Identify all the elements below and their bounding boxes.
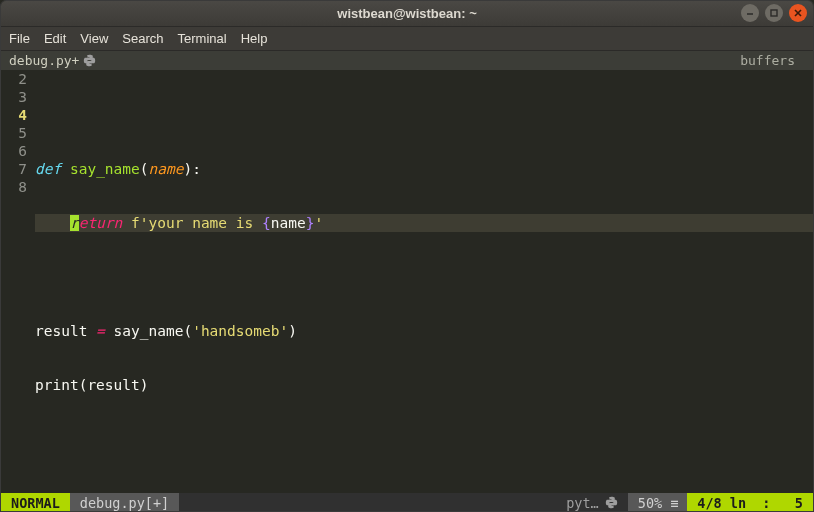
status-filetype: pyt… xyxy=(556,493,628,512)
line-number: 5 xyxy=(1,124,27,142)
svg-rect-1 xyxy=(771,10,777,16)
python-icon xyxy=(83,54,96,67)
menu-edit[interactable]: Edit xyxy=(44,31,66,46)
code-editor[interactable]: 2 3 4 5 6 7 8 def say_name(name): return… xyxy=(1,70,813,493)
close-button[interactable] xyxy=(789,4,807,22)
line-number: 2 xyxy=(1,70,27,88)
status-fill xyxy=(179,493,556,512)
status-percent: 50% ≡ xyxy=(628,493,688,512)
line-number: 7 xyxy=(1,160,27,178)
status-line: NORMAL debug.py[+] pyt… 50% ≡ 4/8 ln : 5 xyxy=(1,493,813,512)
python-icon xyxy=(605,496,618,509)
menu-terminal[interactable]: Terminal xyxy=(178,31,227,46)
line-number: 6 xyxy=(1,142,27,160)
menu-view[interactable]: View xyxy=(80,31,108,46)
code-line: result = say_name('handsomeb') xyxy=(35,322,813,340)
menu-file[interactable]: File xyxy=(9,31,30,46)
buffer-right-label: buffers xyxy=(740,53,813,68)
window-titlebar: wistbean@wistbean: ~ xyxy=(1,1,813,27)
menu-help[interactable]: Help xyxy=(241,31,268,46)
code-line: print(result) xyxy=(35,376,813,394)
code-area[interactable]: def say_name(name): return f'your name i… xyxy=(35,70,813,493)
maximize-button[interactable] xyxy=(765,4,783,22)
window-controls xyxy=(741,4,807,22)
minimize-button[interactable] xyxy=(741,4,759,22)
code-line-current: return f'your name is {name}' xyxy=(35,214,813,232)
menu-bar: File Edit View Search Terminal Help xyxy=(1,27,813,51)
buffer-tab[interactable]: debug.py+ xyxy=(1,52,104,69)
menu-search[interactable]: Search xyxy=(122,31,163,46)
code-line xyxy=(35,106,813,124)
line-number-current: 4 xyxy=(1,106,27,124)
line-number: 3 xyxy=(1,88,27,106)
buffer-tab-label: debug.py+ xyxy=(9,53,79,68)
hamburger-icon: ≡ xyxy=(670,495,677,511)
code-line xyxy=(35,430,813,448)
status-position: 4/8 ln : 5 xyxy=(687,493,813,512)
status-filename: debug.py[+] xyxy=(70,493,179,512)
code-line: def say_name(name): xyxy=(35,160,813,178)
code-line xyxy=(35,268,813,286)
cursor: r xyxy=(70,215,79,231)
window-title: wistbean@wistbean: ~ xyxy=(337,6,476,21)
buffer-line: debug.py+ buffers xyxy=(1,51,813,70)
status-mode: NORMAL xyxy=(1,493,70,512)
line-number-gutter: 2 3 4 5 6 7 8 xyxy=(1,70,35,493)
line-number: 8 xyxy=(1,178,27,196)
